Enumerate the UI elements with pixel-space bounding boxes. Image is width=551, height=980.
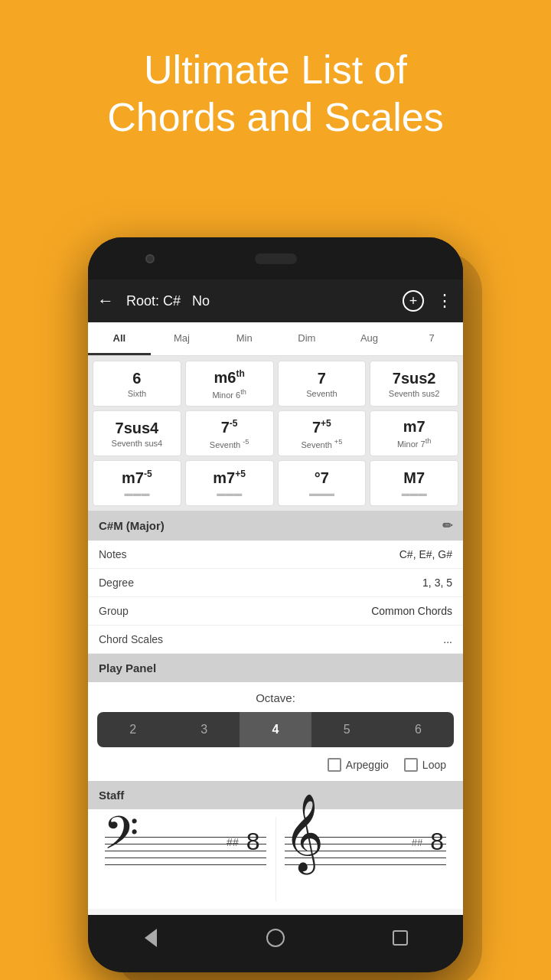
play-panel-section: Play Panel Octave: 2 3 4 5 6 Arpeggio: [88, 654, 463, 781]
notes-value: C#, E#, G#: [399, 548, 452, 560]
hero-line2: Chords and Scales: [107, 95, 443, 139]
app-bar: ← Root: C# No + ⋮: [88, 279, 463, 322]
chord-7-5[interactable]: 7-5 Seventh -5: [185, 410, 274, 456]
nav-home-button[interactable]: [264, 926, 287, 949]
phone: ← Root: C# No + ⋮ All Maj Min Dim Aug 7: [88, 237, 463, 972]
play-panel-header: Play Panel: [88, 654, 463, 682]
group-label: Group: [99, 605, 129, 617]
chord-m7-5[interactable]: m7-5 ▬▬▬: [93, 460, 181, 506]
group-row: Group Common Chords: [88, 597, 463, 626]
loop-group[interactable]: Loop: [404, 758, 446, 772]
tab-7[interactable]: 7: [400, 322, 463, 355]
notes-label: Notes: [99, 548, 127, 560]
arpeggio-group[interactable]: Arpeggio: [328, 758, 389, 772]
tab-bar: All Maj Min Dim Aug 7: [88, 322, 463, 356]
app-screen: ← Root: C# No + ⋮ All Maj Min Dim Aug 7: [88, 279, 463, 915]
chord-7+5[interactable]: 7+5 Seventh +5: [278, 410, 367, 456]
nav-recent-button[interactable]: [389, 926, 412, 949]
chord-scales-value: ...: [443, 633, 452, 645]
front-camera: [145, 254, 155, 263]
chord-M7[interactable]: M7 ▬▬▬: [370, 460, 458, 506]
treble-clef-symbol: 𝄞: [284, 802, 324, 862]
octave-2[interactable]: 2: [97, 712, 168, 747]
octave-4[interactable]: 4: [240, 712, 311, 747]
chord-m7[interactable]: m7 Minor 7th: [370, 410, 458, 456]
bass-clef-area: 𝄢 ## 8: [96, 817, 276, 901]
root-label: Root: C#: [126, 293, 181, 309]
octave-buttons: 2 3 4 5 6: [97, 712, 454, 747]
notes-row: Notes C#, E#, G#: [88, 541, 463, 569]
tab-dim[interactable]: Dim: [276, 322, 338, 355]
back-nav-icon: [145, 929, 157, 947]
chord-7[interactable]: 7 Seventh: [278, 361, 367, 407]
chord-m6[interactable]: m6th Minor 6th: [185, 361, 274, 407]
edit-icon[interactable]: ✏: [442, 518, 452, 533]
phone-speaker: [255, 253, 297, 264]
play-panel-body: Octave: 2 3 4 5 6 Arpeggio Loop: [88, 682, 463, 781]
tab-maj[interactable]: Maj: [151, 322, 214, 355]
no-label: No: [192, 293, 210, 309]
degree-row: Degree 1, 3, 5: [88, 569, 463, 597]
info-header: C#M (Major) ✏: [88, 511, 463, 541]
treble-notes: ## 8: [412, 825, 444, 857]
hero-text: Ultimate List of Chords and Scales: [0, 0, 551, 165]
loop-checkbox[interactable]: [404, 758, 418, 772]
app-bar-title: Root: C# No: [126, 293, 403, 309]
chord-m7+5[interactable]: m7+5 ▬▬▬: [185, 460, 274, 506]
loop-label: Loop: [422, 759, 446, 771]
phone-top-bezel: [88, 237, 463, 279]
info-panel: C#M (Major) ✏ Notes C#, E#, G# Degree 1,…: [88, 511, 463, 654]
arpeggio-label: Arpeggio: [346, 759, 389, 771]
octave-3[interactable]: 3: [168, 712, 240, 747]
add-button[interactable]: +: [403, 290, 424, 312]
home-nav-icon: [266, 929, 285, 947]
bass-clef-symbol: 𝄢: [103, 811, 139, 866]
more-button[interactable]: ⋮: [436, 291, 454, 311]
octave-label: Octave:: [97, 691, 454, 704]
back-button[interactable]: ←: [97, 291, 114, 311]
info-title: C#M (Major): [99, 519, 165, 532]
staff-area: 𝄢 ## 8: [88, 809, 463, 909]
chord-6[interactable]: 6 Sixth: [93, 361, 181, 407]
phone-bottom-bar: [88, 915, 463, 961]
arpeggio-checkbox[interactable]: [328, 758, 341, 772]
play-options: Arpeggio Loop: [97, 758, 454, 772]
staff-section: Staff 𝄢 ##: [88, 781, 463, 909]
chord-7sus2[interactable]: 7sus2 Seventh sus2: [370, 361, 458, 407]
octave-5[interactable]: 5: [311, 712, 383, 747]
chord-scales-label: Chord Scales: [99, 633, 163, 645]
tab-all[interactable]: All: [88, 322, 151, 355]
hero-line1: Ultimate List of: [144, 47, 407, 92]
chord-dim7[interactable]: °7 ▬▬▬: [278, 460, 367, 506]
tab-aug[interactable]: Aug: [338, 322, 401, 355]
treble-clef-area: 𝄞 ## 8: [276, 817, 456, 901]
degree-value: 1, 3, 5: [422, 577, 452, 589]
chord-scales-row[interactable]: Chord Scales ...: [88, 626, 463, 654]
bass-notes: ## 8: [227, 825, 259, 857]
app-bar-actions: + ⋮: [403, 290, 454, 312]
nav-back-button[interactable]: [139, 926, 162, 949]
recent-nav-icon: [393, 930, 408, 946]
octave-6[interactable]: 6: [383, 712, 454, 747]
tab-min[interactable]: Min: [213, 322, 276, 355]
chord-7sus4[interactable]: 7sus4 Seventh sus4: [93, 410, 181, 456]
group-value: Common Chords: [371, 605, 452, 617]
staff-header: Staff: [88, 781, 463, 809]
degree-label: Degree: [99, 577, 134, 589]
chord-grid: 6 Sixth m6th Minor 6th 7 Seventh 7sus2 S…: [88, 356, 463, 511]
